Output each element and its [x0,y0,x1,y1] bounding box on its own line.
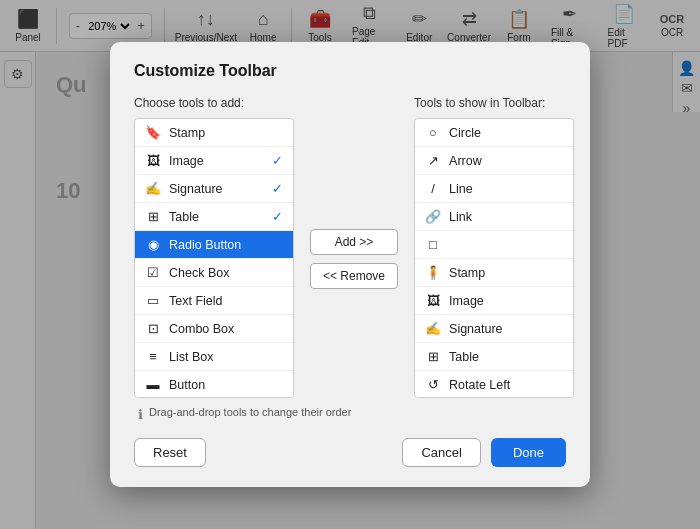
table-label: Table [169,210,199,224]
drag-info: ℹ Drag-and-drop tools to change their or… [134,406,566,422]
circle-right-icon: ○ [425,125,441,140]
left-tool-item-table[interactable]: ⊞Table✓ [135,203,293,231]
button-label: Button [169,378,205,392]
left-tool-item-signature[interactable]: ✍Signature✓ [135,175,293,203]
left-tool-item-check-box[interactable]: ☑Check Box [135,259,293,287]
choose-panel-label: Choose tools to add: [134,96,294,110]
signature-label: Signature [169,182,223,196]
dialog-body: Choose tools to add: 🔖Stamp🖼Image✓✍Signa… [134,96,566,398]
combo-box-icon: ⊡ [145,321,161,336]
info-circle-icon: ℹ [138,407,143,422]
line-right-label: Line [449,182,473,196]
image-label: Image [169,154,204,168]
remove-button[interactable]: << Remove [310,263,398,289]
right-tool-item-arrow[interactable]: ↗Arrow [415,147,573,175]
signature-right-icon: ✍ [425,321,441,336]
table-check-icon: ✓ [272,209,283,224]
toolbar-tools-list[interactable]: ○Circle↗Arrow/Line🔗Link□🧍Stamp🖼Image✍Sig… [414,118,574,398]
left-tool-item-text-field[interactable]: ▭Text Field [135,287,293,315]
circle-right-label: Circle [449,126,481,140]
toolbar-tools-panel: Tools to show in Toolbar: ○Circle↗Arrow/… [414,96,574,398]
table-right-label: Table [449,350,479,364]
add-remove-buttons: Add >> << Remove [310,96,398,398]
arrow-right-icon: ↗ [425,153,441,168]
image-icon: 🖼 [145,153,161,168]
image-check-icon: ✓ [272,153,283,168]
link-right-label: Link [449,210,472,224]
table-icon: ⊞ [145,209,161,224]
line-right-icon: / [425,181,441,196]
reset-button[interactable]: Reset [134,438,206,467]
dialog-footer: Reset Cancel Done [134,438,566,467]
stamp-label: Stamp [169,126,205,140]
customize-toolbar-dialog: Customize Toolbar Choose tools to add: 🔖… [110,42,590,487]
choose-tools-list[interactable]: 🔖Stamp🖼Image✓✍Signature✓⊞Table✓◉Radio Bu… [134,118,294,398]
check-box-label: Check Box [169,266,229,280]
right-tool-item-link[interactable]: 🔗Link [415,203,573,231]
right-tool-item-image[interactable]: 🖼Image [415,287,573,315]
left-tool-item-combo-box[interactable]: ⊡Combo Box [135,315,293,343]
link-right-icon: 🔗 [425,209,441,224]
modal-overlay: Customize Toolbar Choose tools to add: 🔖… [0,0,700,529]
image-right-label: Image [449,294,484,308]
right-tool-item-table[interactable]: ⊞Table [415,343,573,371]
footer-right: Cancel Done [402,438,566,467]
image-right-icon: 🖼 [425,293,441,308]
choose-tools-panel: Choose tools to add: 🔖Stamp🖼Image✓✍Signa… [134,96,294,398]
left-tool-item-stamp[interactable]: 🔖Stamp [135,119,293,147]
stamp-right-icon: 🧍 [425,265,441,280]
list-box-icon: ≡ [145,349,161,364]
signature-icon: ✍ [145,181,161,196]
radio-button-label: Radio Button [169,238,241,252]
text-field-label: Text Field [169,294,223,308]
list-box-label: List Box [169,350,213,364]
rotate-left-right-label: Rotate Left [449,378,510,392]
right-tool-item-circle[interactable]: ○Circle [415,119,573,147]
text-field-icon: ▭ [145,293,161,308]
combo-box-label: Combo Box [169,322,234,336]
cancel-button[interactable]: Cancel [402,438,480,467]
toolbar-panel-label: Tools to show in Toolbar: [414,96,574,110]
right-tool-item-rotate-left[interactable]: ↺Rotate Left [415,371,573,398]
signature-right-label: Signature [449,322,503,336]
left-tool-item-radio-button[interactable]: ◉Radio Button [135,231,293,259]
table-right-icon: ⊞ [425,349,441,364]
right-tool-item-stamp[interactable]: 🧍Stamp [415,259,573,287]
done-button[interactable]: Done [491,438,566,467]
left-tool-item-button[interactable]: ▬Button [135,371,293,398]
right-tool-item-line[interactable]: /Line [415,175,573,203]
right-tool-item-rect[interactable]: □ [415,231,573,259]
stamp-right-label: Stamp [449,266,485,280]
signature-check-icon: ✓ [272,181,283,196]
drag-info-text: Drag-and-drop tools to change their orde… [149,406,351,418]
left-tool-item-list-box[interactable]: ≡List Box [135,343,293,371]
rotate-left-right-icon: ↺ [425,377,441,392]
right-tool-item-signature[interactable]: ✍Signature [415,315,573,343]
rect-right-icon: □ [425,237,441,252]
radio-button-icon: ◉ [145,237,161,252]
check-box-icon: ☑ [145,265,161,280]
dialog-title: Customize Toolbar [134,62,566,80]
button-icon: ▬ [145,377,161,392]
stamp-icon: 🔖 [145,125,161,140]
add-button[interactable]: Add >> [310,229,398,255]
arrow-right-label: Arrow [449,154,482,168]
left-tool-item-image[interactable]: 🖼Image✓ [135,147,293,175]
